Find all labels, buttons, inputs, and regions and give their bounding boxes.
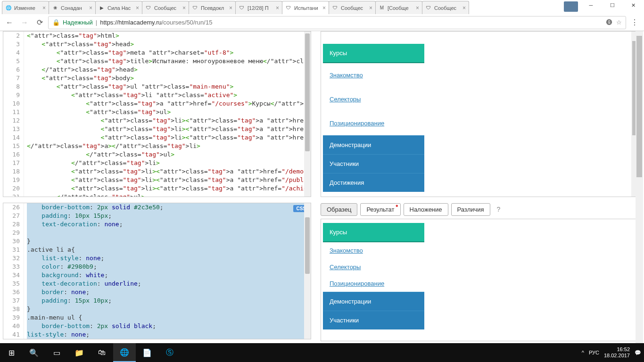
menu-head[interactable]: Курсы bbox=[323, 44, 424, 63]
menu-sub[interactable]: Знакомство bbox=[323, 63, 424, 87]
result-preview: Курсы Знакомство Селекторы Позиционирова… bbox=[321, 31, 639, 197]
scrollbar[interactable] bbox=[304, 32, 311, 197]
back-button[interactable]: ← bbox=[3, 16, 16, 29]
favicon-icon: 🛡 bbox=[285, 5, 292, 11]
address-bar[interactable]: 🔒 Надежный | https://htmlacademy.ru/cour… bbox=[48, 16, 626, 29]
lock-icon: 🔒 bbox=[52, 19, 60, 26]
close-icon[interactable]: × bbox=[462, 5, 466, 11]
sample-menu: Курсы Знакомство Селекторы Позиционирова… bbox=[323, 223, 424, 329]
tab-label: Сила Нас bbox=[107, 5, 134, 11]
menu-item[interactable]: Участники bbox=[323, 154, 424, 173]
close-button[interactable]: ✕ bbox=[623, 0, 644, 10]
app-icon[interactable]: 📄 bbox=[136, 343, 158, 362]
reload-button[interactable]: ⟳ bbox=[33, 16, 46, 29]
tab-label: Сонадан bbox=[61, 5, 87, 11]
close-icon[interactable]: × bbox=[229, 5, 232, 11]
notifications-icon[interactable]: 💬 bbox=[635, 350, 641, 356]
browser-toolbar: ← → ⟳ 🔒 Надежный | https://htmlacademy.r… bbox=[0, 14, 644, 31]
favicon-icon: M bbox=[379, 5, 385, 11]
chrome-icon[interactable]: 🌐 bbox=[113, 343, 136, 362]
menu-sub[interactable]: Позиционирование bbox=[323, 275, 424, 292]
tab-label: [12/28] П bbox=[248, 5, 274, 11]
browser-tab[interactable]: 🛡Сообщес× bbox=[422, 1, 469, 14]
store-icon[interactable]: 🛍 bbox=[91, 343, 113, 362]
close-icon[interactable]: × bbox=[322, 5, 326, 11]
rendered-menu: Курсы Знакомство Селекторы Позиционирова… bbox=[323, 44, 424, 192]
explorer-icon[interactable]: 📁 bbox=[68, 343, 91, 362]
close-icon[interactable]: × bbox=[42, 5, 46, 11]
preview-column: Курсы Знакомство Селекторы Позиционирова… bbox=[311, 31, 644, 343]
bookmark-icon[interactable]: ☆ bbox=[616, 19, 622, 26]
minimize-button[interactable]: ─ bbox=[580, 0, 602, 10]
browser-tab[interactable]: 🛡Сообщес× bbox=[142, 1, 189, 14]
window-controls: ─ ☐ ✕ bbox=[580, 0, 644, 10]
menu-sub[interactable]: Селекторы bbox=[323, 259, 424, 275]
sample-preview: Курсы Знакомство Селекторы Позиционирова… bbox=[321, 219, 639, 341]
favicon-icon: ❀ bbox=[52, 5, 58, 11]
input-lang[interactable]: РУС bbox=[589, 350, 599, 355]
browser-tab[interactable]: 🛡Испытани× bbox=[282, 1, 329, 14]
favicon-icon: ▶ bbox=[99, 5, 105, 11]
forward-button[interactable]: → bbox=[18, 16, 31, 29]
favicon-icon: 🛡 bbox=[192, 5, 198, 11]
translate-icon[interactable]: 🅖 bbox=[606, 19, 612, 26]
menu-sub[interactable]: Селекторы bbox=[323, 87, 424, 111]
windows-taskbar: ⊞ 🔍 ▭ 📁 🛍 🌐 📄 Ⓢ ^ РУС 16:52 18.02.2017 💬 bbox=[0, 343, 644, 362]
browser-tab[interactable]: ❀Сонадан× bbox=[49, 1, 96, 14]
menu-sub[interactable]: Знакомство bbox=[323, 242, 424, 259]
browser-titlebar: 🌐Изменяе×❀Сонадан×▶Сила Нас×🛡Сообщес×🛡Пс… bbox=[0, 0, 644, 14]
close-icon[interactable]: × bbox=[89, 5, 92, 11]
close-icon[interactable]: × bbox=[182, 5, 186, 11]
tab-label: Сообщес bbox=[434, 5, 461, 11]
css-editor[interactable]: CSS 26272829303132333435363738394041 bor… bbox=[3, 203, 311, 339]
close-icon[interactable]: × bbox=[369, 5, 372, 11]
menu-sub[interactable]: Позиционирование bbox=[323, 111, 424, 135]
menu-item[interactable]: Демонстрации bbox=[323, 135, 424, 154]
menu-item[interactable]: Демонстрации bbox=[323, 292, 424, 311]
menu-item[interactable]: Достижения bbox=[323, 173, 424, 192]
line-gutter: 26272829303132333435363738394041 bbox=[3, 203, 24, 339]
menu-item[interactable]: Участники bbox=[323, 311, 424, 329]
page-scrollbar[interactable] bbox=[636, 31, 643, 343]
menu-button[interactable]: ⋮ bbox=[628, 16, 641, 29]
tab-label: Испытани bbox=[294, 5, 321, 11]
close-icon[interactable]: × bbox=[416, 5, 419, 11]
help-button[interactable]: ? bbox=[493, 203, 504, 215]
browser-tab[interactable]: 🛡[12/28] П× bbox=[235, 1, 282, 14]
tab-label: [Сообще bbox=[388, 5, 414, 11]
code-area[interactable]: border-bottom: 2px solid #2c3e50; paddin… bbox=[27, 203, 305, 339]
tray-chevron-icon[interactable]: ^ bbox=[582, 350, 584, 355]
result-tabs: Образец Результат• Наложение Различия ? bbox=[321, 203, 639, 216]
favicon-icon: 🛡 bbox=[425, 5, 432, 11]
taskview-icon[interactable]: ▭ bbox=[45, 343, 68, 362]
tab-sample[interactable]: Образец bbox=[321, 203, 357, 216]
tab-diff[interactable]: Различия bbox=[451, 203, 490, 216]
browser-tab[interactable]: 🛡Сообщес× bbox=[329, 1, 376, 14]
code-area[interactable]: <"attr">class="tag">html> <"attr">class=… bbox=[27, 32, 305, 197]
tab-label: Сообщес bbox=[154, 5, 181, 11]
tab-overlay[interactable]: Наложение bbox=[404, 203, 448, 216]
browser-tab[interactable]: M[Сообще× bbox=[375, 1, 422, 14]
browser-tab[interactable]: 🛡Псевдокл× bbox=[189, 1, 236, 14]
tab-result[interactable]: Результат• bbox=[360, 203, 400, 216]
start-button[interactable]: ⊞ bbox=[0, 343, 23, 362]
tab-label: Псевдокл bbox=[201, 5, 227, 11]
html-editor[interactable]: 23456789101112131415161718192021 <"attr"… bbox=[3, 31, 311, 197]
favicon-icon: 🛡 bbox=[145, 5, 152, 11]
profile-button[interactable] bbox=[564, 1, 578, 12]
editors-column: 23456789101112131415161718192021 <"attr"… bbox=[0, 31, 311, 343]
search-icon[interactable]: 🔍 bbox=[23, 343, 45, 362]
tab-label: Сообщес bbox=[341, 5, 367, 11]
clock[interactable]: 16:52 18.02.2017 bbox=[604, 346, 630, 359]
skype-icon[interactable]: Ⓢ bbox=[158, 343, 181, 362]
secure-label: Надежный bbox=[63, 19, 93, 26]
tab-strip: 🌐Изменяе×❀Сонадан×▶Сила Нас×🛡Сообщес×🛡Пс… bbox=[0, 1, 469, 14]
tab-label: Изменяе bbox=[14, 5, 41, 11]
scrollbar[interactable] bbox=[304, 203, 311, 339]
menu-head[interactable]: Курсы bbox=[323, 223, 424, 242]
close-icon[interactable]: × bbox=[276, 5, 279, 11]
close-icon[interactable]: × bbox=[136, 5, 139, 11]
maximize-button[interactable]: ☐ bbox=[602, 0, 623, 10]
browser-tab[interactable]: ▶Сила Нас× bbox=[95, 1, 142, 14]
browser-tab[interactable]: 🌐Изменяе× bbox=[2, 1, 49, 14]
